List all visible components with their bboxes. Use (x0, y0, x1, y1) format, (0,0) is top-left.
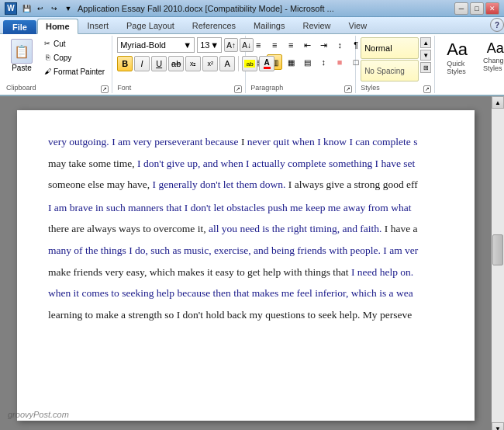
numbered-list-button[interactable]: ≡ (267, 37, 282, 53)
tab-page-layout[interactable]: Page Layout (118, 18, 183, 33)
doc-line-3: someone else may have, I generally don't… (48, 176, 444, 193)
copy-label: Copy (54, 54, 71, 62)
tab-review[interactable]: Review (294, 18, 339, 33)
indent-decrease-button[interactable]: ⇤ (299, 37, 315, 53)
text-highlight-button[interactable]: ab (242, 56, 257, 71)
save-button[interactable]: 💾 (20, 3, 33, 14)
styles-group-content: Normal No Spacing ▲ ▼ ⊞ (361, 37, 431, 82)
tab-insert[interactable]: Insert (79, 18, 118, 33)
no-spacing-style[interactable]: No Spacing (361, 60, 419, 81)
title-bar-left: W 💾 ↩ ↪ ▼ Application Essay Fall 2010.do… (5, 2, 334, 16)
text-color-button[interactable]: A (259, 56, 274, 71)
font-size-dropdown-arrow: ▼ (210, 40, 219, 50)
indent-increase-button[interactable]: ⇥ (316, 37, 331, 53)
clear-format-button[interactable]: A (219, 56, 235, 71)
redo-button[interactable]: ↪ (48, 3, 60, 14)
undo-button[interactable]: ↩ (34, 3, 47, 14)
styles-more-button[interactable]: ⊞ (420, 62, 431, 73)
cut-label: Cut (54, 40, 66, 48)
copy-button[interactable]: ⎘ Copy (39, 51, 109, 64)
bold-button[interactable]: B (117, 56, 133, 71)
highlight-preview: ab (244, 60, 255, 68)
change-styles-icon: Aa (487, 41, 504, 55)
font-size-box[interactable]: 13 ▼ (197, 37, 222, 53)
window-title: Application Essay Fall 2010.docx [Compat… (78, 4, 334, 13)
doc-line-8: when it comes to seeking help because th… (48, 285, 444, 302)
format-painter-button[interactable]: 🖌 Format Painter (39, 65, 109, 78)
maximize-button[interactable]: □ (470, 2, 484, 15)
font-name-box[interactable]: Myriad-Bold ▼ (117, 37, 195, 53)
font-expand-icon[interactable]: ↗ (234, 85, 242, 93)
sort-button[interactable]: ↕ (332, 37, 347, 53)
styles-expand-icon[interactable]: ↗ (423, 85, 431, 93)
font-group-content: Myriad-Bold ▼ 13 ▼ A↑ A↓ B I U ab x₂ x² (117, 37, 242, 82)
vertical-scrollbar[interactable]: ▲ ▼ (492, 96, 504, 430)
quick-access-dropdown[interactable]: ▼ (62, 3, 74, 14)
tab-home[interactable]: Home (37, 19, 78, 34)
doc-line-9: learning to make a strength so I don't h… (48, 307, 444, 324)
minimize-button[interactable]: ─ (454, 2, 468, 15)
doc-scroll-area: very outgoing. I am very perseverant bec… (0, 96, 492, 430)
tab-mailings[interactable]: Mailings (245, 18, 293, 33)
strikethrough-button[interactable]: ab (168, 56, 184, 71)
line-spacing-button[interactable]: ↕ (316, 54, 331, 70)
doc-line-4: I am brave in such manners that I don't … (48, 199, 444, 217)
doc-page[interactable]: very outgoing. I am very perseverant bec… (17, 110, 475, 421)
doc-main-row: very outgoing. I am very perseverant bec… (0, 96, 504, 430)
multilevel-list-button[interactable]: ≡ (283, 37, 299, 53)
ribbon-body: 📋 Paste ✂ Cut ⎘ Copy 🖌 Format Painter C (0, 34, 504, 96)
clipboard-expand-icon[interactable]: ↗ (101, 85, 109, 93)
doc-line-7: make friends very easy, which makes it e… (48, 264, 444, 281)
quick-styles-icon: Aa (447, 41, 468, 58)
tab-references[interactable]: References (184, 18, 244, 33)
change-styles-button[interactable]: Aa Change Styles (476, 37, 504, 76)
change-styles-label: Change Styles (483, 57, 504, 72)
font-size-value: 13 (200, 40, 209, 50)
watermark: groovyPost.com (8, 410, 69, 419)
scroll-thumb[interactable] (492, 234, 503, 265)
justify-button[interactable]: ▤ (299, 54, 315, 70)
subscript-button[interactable]: x₂ (185, 56, 201, 71)
scroll-track[interactable] (492, 109, 504, 422)
close-button[interactable]: ✕ (485, 2, 499, 15)
paragraph-group-label: Paragraph (250, 82, 283, 93)
underline-button[interactable]: U (151, 56, 167, 71)
font-name-value: Myriad-Bold (120, 40, 166, 50)
title-bar: W 💾 ↩ ↪ ▼ Application Essay Fall 2010.do… (0, 0, 504, 17)
ribbon-group-clipboard: 📋 Paste ✂ Cut ⎘ Copy 🖌 Format Painter C (3, 36, 112, 93)
paragraph-expand-icon[interactable]: ↗ (344, 85, 352, 93)
tab-view[interactable]: View (340, 18, 376, 33)
quick-styles-button[interactable]: Aa Quick Styles (440, 37, 475, 79)
normal-style[interactable]: Normal (361, 37, 419, 59)
doc-background: very outgoing. I am very perseverant bec… (0, 96, 492, 430)
shading-button[interactable]: ■ (332, 54, 347, 70)
paste-icon: 📋 (11, 39, 33, 64)
scroll-down-arrow[interactable]: ▼ (492, 422, 504, 430)
cut-icon: ✂ (43, 39, 52, 48)
paste-button[interactable]: 📋 Paste (6, 37, 37, 74)
text-color-preview: A (264, 58, 271, 69)
italic-button[interactable]: I (134, 56, 150, 71)
superscript-button[interactable]: x² (202, 56, 218, 71)
ribbon-group-font: Myriad-Bold ▼ 13 ▼ A↑ A↓ B I U ab x₂ x² (114, 36, 246, 93)
ribbon-group-styles: Normal No Spacing ▲ ▼ ⊞ Styles ↗ (357, 36, 435, 93)
clipboard-small-buttons: ✂ Cut ⎘ Copy 🖌 Format Painter (39, 37, 109, 78)
doc-line-5: there are always ways to overcome it, al… (48, 220, 444, 238)
bullets-button[interactable]: ≡ (250, 37, 266, 53)
align-right-button[interactable]: ▦ (283, 54, 299, 70)
quick-styles-label: Quick Styles (447, 60, 468, 75)
scroll-up-arrow[interactable]: ▲ (492, 96, 504, 109)
styles-scroll-down[interactable]: ▼ (420, 50, 431, 61)
ribbon-group-change-styles: Aa Quick Styles Aa Change Styles (437, 36, 504, 93)
clipboard-content: 📋 Paste ✂ Cut ⎘ Copy 🖌 Format Painter (6, 37, 109, 82)
clipboard-group-label: Clipboard (6, 82, 36, 93)
copy-icon: ⎘ (43, 53, 52, 62)
help-button[interactable]: ? (490, 18, 504, 32)
font-group-label: Font (117, 82, 131, 93)
font-grow-button[interactable]: A↑ (224, 38, 238, 52)
tab-file[interactable]: File (3, 20, 36, 34)
font-name-dropdown-arrow: ▼ (183, 40, 192, 50)
styles-scroll-up[interactable]: ▲ (420, 37, 431, 48)
cut-button[interactable]: ✂ Cut (39, 37, 109, 50)
doc-line-1: very outgoing. I am very perseverant bec… (48, 134, 444, 151)
